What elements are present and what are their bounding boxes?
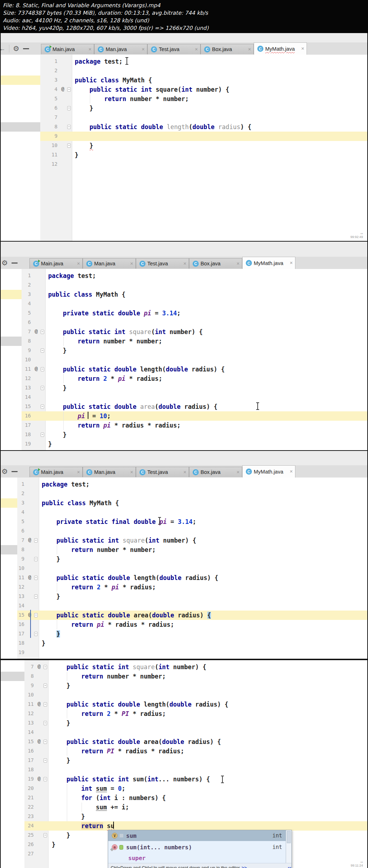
fold-icon[interactable] [67, 106, 71, 110]
fold-icon[interactable] [41, 386, 44, 390]
tab-mymath-java[interactable]: CMyMath.java✕ [242, 257, 295, 269]
fold-icon[interactable] [67, 87, 71, 92]
fold-icon[interactable] [34, 557, 38, 561]
fold-icon[interactable] [43, 777, 47, 781]
tab-box-java[interactable]: CBox.java✕ [189, 467, 242, 477]
code-text: } [72, 150, 367, 160]
close-icon[interactable]: ✕ [77, 261, 80, 266]
code-editor[interactable]: 1package test;23public class MyMath {45 … [1, 269, 367, 450]
token: public static double [89, 123, 163, 131]
tab-box-java[interactable]: CBox.java✕ [201, 44, 254, 54]
tab-main-java[interactable]: CMain.java✕ [29, 467, 83, 477]
code-line: 18 } [1, 430, 367, 439]
fold-icon[interactable] [34, 594, 38, 599]
class-icon: C [139, 261, 146, 267]
fold-icon[interactable] [67, 125, 71, 129]
code-line: 3public class MyMath { [1, 76, 367, 85]
completion-item[interactable]: super [108, 853, 291, 863]
fold-icon[interactable] [41, 405, 44, 409]
completion-item[interactable]: Vsumint [108, 830, 291, 841]
fold-icon[interactable] [43, 721, 47, 725]
caret [113, 822, 114, 829]
token: radius) { [184, 738, 221, 745]
run-overlay-icon [38, 468, 40, 471]
token: * radius; [125, 375, 162, 382]
strip-spacer [1, 355, 22, 365]
line-number: 12 [25, 375, 31, 381]
line-number: 16 [28, 748, 34, 754]
fold-icon[interactable] [41, 348, 44, 353]
token: int [148, 537, 160, 544]
tab-test-java[interactable]: CTest.java✕ [136, 467, 189, 477]
gear-icon[interactable]: ⚙ [13, 45, 19, 52]
fold-icon[interactable] [67, 143, 71, 148]
fold-icon[interactable] [41, 330, 44, 334]
close-icon[interactable]: ✕ [290, 469, 293, 474]
completion-item[interactable]: msum(int... numbers)int [108, 841, 291, 853]
fold-icon[interactable] [43, 740, 47, 744]
fold-icon[interactable] [34, 576, 38, 580]
close-icon[interactable]: ✕ [130, 261, 133, 266]
token: * radius * radius; [114, 748, 184, 755]
fold-icon[interactable] [43, 833, 47, 837]
fold-icon[interactable] [43, 758, 47, 763]
code-line: 16 return PI * radius * radius; [1, 746, 367, 756]
tab-man-java[interactable]: CMan.java✕ [94, 44, 147, 54]
close-icon[interactable]: ✕ [290, 261, 293, 265]
close-icon[interactable]: ✕ [77, 470, 80, 475]
tab-main-java[interactable]: CMain.java✕ [41, 44, 94, 54]
code-text: public static double area(double radius)… [48, 737, 367, 746]
fold-icon[interactable] [34, 613, 38, 617]
tab-test-java[interactable]: CTest.java✕ [136, 258, 189, 269]
tab-mymath-java[interactable]: CMyMath.java✕ [254, 42, 307, 55]
tab-test-java[interactable]: CTest.java✕ [147, 44, 201, 54]
code-line: 21 for (int i : numbers) { [1, 793, 367, 803]
close-icon[interactable]: ✕ [142, 47, 145, 52]
minimize-icon[interactable] [12, 471, 18, 472]
fold-icon[interactable] [41, 367, 44, 371]
token: package [48, 272, 74, 279]
popup-scrollbar-thumb[interactable] [287, 831, 291, 843]
gear-icon[interactable]: ⚙ [1, 468, 8, 475]
close-icon[interactable]: ✕ [183, 261, 187, 266]
tab-label: Box.java [201, 261, 221, 266]
code-editor[interactable]: 1package test;23public class MyMath {4@ … [1, 55, 367, 241]
token: = [85, 412, 100, 420]
close-icon[interactable]: ✕ [130, 470, 133, 475]
code-line: 17 } [1, 756, 367, 765]
close-icon[interactable]: ✕ [183, 470, 187, 475]
code-editor[interactable]: 1package test;23public class MyMath {45 … [1, 478, 367, 659]
tab-main-java[interactable]: CMain.java✕ [29, 258, 83, 269]
token: public static double [66, 738, 140, 745]
close-icon[interactable]: ✕ [195, 47, 198, 52]
fold-icon[interactable] [34, 632, 38, 636]
tab-man-java[interactable]: CMan.java✕ [83, 467, 136, 477]
close-icon[interactable]: ✕ [88, 47, 92, 52]
tab-label: Test.java [147, 261, 168, 266]
close-icon[interactable]: ✕ [236, 261, 240, 266]
close-icon[interactable]: ✕ [301, 46, 304, 51]
hint-link[interactable]: >> [242, 865, 247, 868]
tab-box-java[interactable]: CBox.java✕ [189, 258, 242, 269]
close-icon[interactable]: ✕ [248, 47, 251, 52]
popup-scrollbar[interactable] [286, 830, 291, 868]
minimize-icon[interactable] [12, 262, 18, 264]
code-text: public static double area(double radius)… [45, 402, 367, 411]
fold-icon[interactable] [43, 665, 47, 669]
pi-pin-icon[interactable]: π [287, 865, 291, 868]
gutter-cell: 11 [40, 150, 72, 160]
fold-icon[interactable] [41, 433, 44, 437]
token: package [42, 481, 68, 488]
token: number * number; [100, 338, 162, 345]
fold-icon[interactable] [43, 684, 47, 688]
fold-icon[interactable] [43, 702, 47, 707]
minimize-icon[interactable] [23, 48, 29, 49]
close-icon[interactable]: ✕ [236, 470, 240, 475]
fold-icon[interactable] [34, 538, 38, 543]
tab-mymath-java[interactable]: CMyMath.java✕ [242, 465, 295, 478]
code-text: return 2 * PI * radius; [48, 709, 367, 718]
gear-icon[interactable]: ⚙ [1, 259, 8, 266]
tab-man-java[interactable]: CMan.java✕ [83, 258, 136, 269]
token [48, 403, 63, 410]
back-icon[interactable]: ← [0, 45, 5, 52]
